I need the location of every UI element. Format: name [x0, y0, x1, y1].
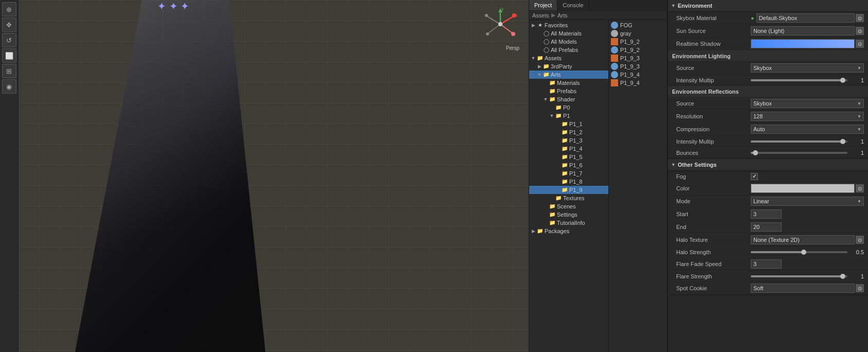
sun-source-field[interactable]: None (Light): [751, 26, 855, 36]
spot-cookie-pick-btn[interactable]: ⊙: [856, 284, 864, 292]
sun-source-pick-btn[interactable]: ⊙: [856, 27, 864, 35]
tree-item-all-materials[interactable]: ◯ All Materials: [529, 29, 608, 38]
toolbar-icon-4[interactable]: ⊞: [2, 64, 16, 78]
viewport-gizmo[interactable]: y x: [482, 6, 518, 42]
env-lighting-row: Environment Lighting: [668, 50, 868, 62]
tree-item-prefabs[interactable]: 📁 Prefabs: [529, 87, 608, 95]
breadcrumb-arts[interactable]: Arts: [557, 12, 568, 19]
asset-p1_9_4b[interactable]: P1_9_4: [609, 79, 667, 87]
flare-strength-slider[interactable]: 1: [751, 273, 864, 279]
source-reflections-dropdown[interactable]: Skybox ▼: [751, 99, 864, 108]
tree-item-assets[interactable]: ▼ 📁 Assets: [529, 54, 608, 62]
realtime-shadow-value[interactable]: ⊙: [751, 39, 864, 48]
tree-item-p1_5[interactable]: 📁 P1_5: [529, 153, 608, 161]
environment-header[interactable]: ▼ Environment: [668, 0, 868, 12]
tree-item-favorites[interactable]: ▶ ★ Favorites: [529, 21, 608, 29]
tree-item-3rdparty[interactable]: ▶ 📁 3rdParty: [529, 62, 608, 71]
tree-item-arts[interactable]: ▼ 📁 Arts: [529, 71, 608, 79]
toolbar-icon-5[interactable]: ◉: [2, 79, 16, 94]
intensity-reflections-thumb[interactable]: [840, 139, 845, 144]
tree-item-textures[interactable]: 📁 Textures: [529, 194, 608, 202]
skybox-material-pick-btn[interactable]: ⊙: [856, 14, 864, 22]
tree-item-settings[interactable]: 📁 Settings: [529, 210, 608, 219]
breadcrumb-assets[interactable]: Assets: [532, 12, 549, 19]
tree-item-all-prefabs[interactable]: ◯ All Prefabs: [529, 46, 608, 54]
realtime-shadow-pick-btn[interactable]: ⊙: [856, 40, 864, 48]
toolbar-icon-1[interactable]: ✥: [2, 17, 16, 32]
color-field[interactable]: [751, 184, 855, 193]
asset-label-p1_9_4b: P1_9_4: [620, 80, 640, 86]
start-field[interactable]: [751, 209, 782, 219]
tree-item-p1[interactable]: ▼ 📁 P1: [529, 112, 608, 120]
halo-texture-pick-btn[interactable]: ⊙: [856, 236, 864, 244]
halo-strength-thumb[interactable]: [801, 250, 806, 255]
tree-item-shader[interactable]: ▼ 📁 Shader: [529, 95, 608, 103]
halo-strength-track[interactable]: [751, 251, 847, 253]
compression-dropdown[interactable]: Auto ▼: [751, 125, 864, 134]
tree-item-tutorialinfo[interactable]: 📁 TutorialInfo: [529, 219, 608, 227]
intensity-reflections-slider[interactable]: 1: [751, 138, 864, 145]
flare-fade-value: [751, 259, 864, 269]
skybox-material-field[interactable]: Default-Skybox: [756, 13, 855, 23]
flare-strength-label: Flare Strength: [676, 273, 751, 279]
tree-item-p1_2[interactable]: 📁 P1_2: [529, 128, 608, 136]
end-field[interactable]: [751, 222, 782, 232]
fog-checkbox[interactable]: ✓: [751, 173, 758, 180]
tab-console[interactable]: Console: [557, 0, 589, 10]
halo-texture-field[interactable]: None (Texture 2D): [751, 235, 855, 244]
tree-item-scenes[interactable]: 📁 Scenes: [529, 202, 608, 210]
skybox-dot: ●: [751, 15, 754, 21]
prefabs-icon: 📁: [549, 87, 556, 95]
toolbar-icon-0[interactable]: ⊕: [2, 2, 16, 16]
intensity-lighting-track[interactable]: [751, 79, 847, 81]
realtime-shadow-bar[interactable]: [751, 39, 855, 48]
intensity-lighting-slider[interactable]: 1: [751, 77, 864, 83]
p1-icon: 📁: [555, 112, 562, 119]
tree-item-p1_1[interactable]: 📁 P1_1: [529, 120, 608, 128]
arts-icon: 📁: [542, 71, 550, 78]
asset-fog[interactable]: FOG: [609, 21, 667, 29]
tree-item-p1_6[interactable]: 📁 P1_6: [529, 161, 608, 169]
other-settings-header[interactable]: ▼ Other Settings: [668, 159, 868, 171]
tree-item-materials[interactable]: 📁 Materials: [529, 79, 608, 87]
flare-strength-track[interactable]: [751, 275, 847, 277]
persp-label: Persp: [506, 45, 519, 51]
flare-fade-field[interactable]: [751, 259, 782, 269]
source-lighting-dropdown[interactable]: Skybox ▼: [751, 63, 864, 73]
environment-section: ▼ Environment Skybox Material ● Default-…: [668, 0, 868, 159]
compression-label: Compression: [676, 126, 751, 132]
tree-label-tutorialinfo: TutorialInfo: [557, 220, 585, 226]
asset-p1_9_4a[interactable]: P1_9_4: [609, 71, 667, 79]
toolbar-icon-2[interactable]: ↺: [2, 33, 16, 47]
tree-item-p1_4[interactable]: 📁 P1_4: [529, 145, 608, 153]
bounces-slider[interactable]: 1: [751, 150, 864, 156]
halo-strength-slider[interactable]: 0.5: [751, 249, 864, 255]
tree-item-p1_3[interactable]: 📁 P1_3: [529, 136, 608, 145]
asset-p1_9_3a[interactable]: P1_9_3: [609, 54, 667, 62]
tree-item-all-models[interactable]: ◯ All Models: [529, 38, 608, 46]
compression-arrow: ▼: [857, 127, 861, 132]
tree-item-p0[interactable]: 📁 P0: [529, 103, 608, 112]
bounces-track[interactable]: [751, 152, 847, 154]
tree-item-p1_9[interactable]: 📁 P1_9: [529, 186, 608, 194]
asset-p1_9_3b[interactable]: P1_9_3: [609, 62, 667, 71]
flare-strength-thumb[interactable]: [840, 274, 845, 279]
mode-dropdown[interactable]: Linear ▼: [751, 197, 864, 206]
toolbar-icon-3[interactable]: ⬜: [2, 48, 16, 63]
tree-item-p1_7[interactable]: 📁 P1_7: [529, 169, 608, 178]
intensity-reflections-track[interactable]: [751, 140, 847, 143]
viewport[interactable]: ✦ ✦ ✦ y x Persp: [19, 0, 529, 352]
resolution-dropdown[interactable]: 128 ▼: [751, 112, 864, 121]
color-pick-btn[interactable]: ⊙: [856, 184, 864, 192]
start-label: Start: [676, 211, 751, 217]
spot-cookie-field[interactable]: Soft: [751, 284, 855, 293]
asset-p1_9_2a[interactable]: P1_9_2: [609, 38, 667, 46]
tab-project[interactable]: Project: [529, 0, 557, 10]
asset-gray[interactable]: gray: [609, 29, 667, 38]
intensity-lighting-thumb[interactable]: [840, 78, 845, 83]
bounces-thumb[interactable]: [753, 150, 758, 155]
end-label: End: [676, 224, 751, 230]
asset-p1_9_2b[interactable]: P1_9_2: [609, 46, 667, 54]
tree-item-p1_8[interactable]: 📁 P1_8: [529, 178, 608, 186]
tree-item-packages[interactable]: ▶ 📁 Packages: [529, 227, 608, 235]
